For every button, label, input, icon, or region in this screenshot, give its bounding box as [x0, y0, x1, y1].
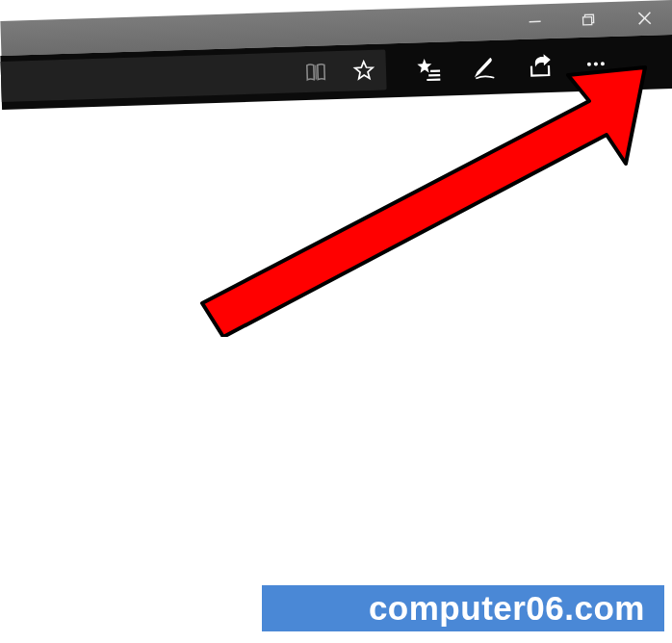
svg-point-10: [601, 62, 605, 65]
toolbar-action-group: [395, 37, 620, 97]
svg-point-9: [594, 62, 598, 65]
favorites-hub-button[interactable]: [404, 45, 452, 92]
address-bar-tail[interactable]: [1, 49, 387, 102]
share-button[interactable]: [516, 42, 563, 90]
star-outline-icon: [352, 59, 376, 83]
reading-view-button[interactable]: [301, 57, 331, 87]
minimize-icon: [528, 14, 541, 28]
watermark-banner: computer06.com: [262, 585, 664, 631]
screenshot-stage: computer06.com: [0, 0, 672, 643]
add-notes-button[interactable]: [460, 43, 507, 90]
pen-icon: [471, 54, 499, 82]
watermark-text: computer06.com: [369, 589, 645, 628]
share-icon: [527, 52, 555, 80]
svg-rect-1: [583, 17, 592, 25]
close-button[interactable]: [622, 0, 667, 36]
add-favorite-button[interactable]: [349, 56, 379, 86]
arrow-shape: [202, 67, 645, 337]
star-list-icon: [415, 56, 443, 84]
settings-and-more-button[interactable]: [572, 40, 619, 88]
book-icon: [304, 60, 328, 84]
restore-button[interactable]: [565, 2, 610, 38]
svg-point-8: [587, 63, 591, 66]
restore-icon: [580, 13, 595, 28]
more-icon: [582, 50, 609, 78]
close-icon: [636, 11, 652, 26]
minimize-button[interactable]: [512, 4, 557, 39]
